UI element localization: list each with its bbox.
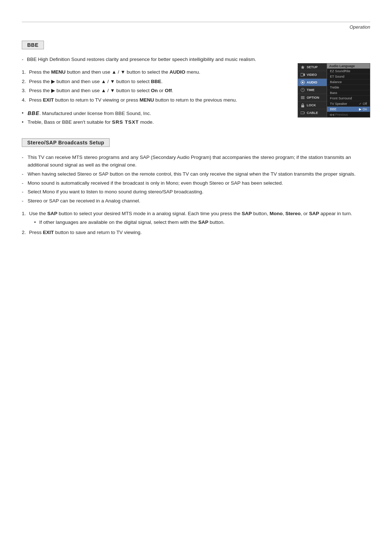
bbe-step-4: Press EXIT button to return to TV viewin… <box>22 96 287 104</box>
sap-title-box: Stereo/SAP Broadcasts Setup <box>22 138 110 147</box>
svg-marker-0 <box>301 65 305 69</box>
bbe-section: BBE High Definition Sound restores clari… <box>22 56 370 127</box>
sap-steps-list: Use the SAP button to select your desire… <box>22 210 370 236</box>
panel-balance: Balance <box>327 79 370 85</box>
lock-label: LOCK <box>307 103 316 107</box>
sap-bullet-2: When having selected Stereo or SAP butto… <box>22 170 370 178</box>
nav-time: TIME <box>298 86 327 94</box>
cable-icon <box>300 111 305 115</box>
svg-rect-1 <box>301 73 303 76</box>
menu-right-panel: Audio Language EZ SoundRite ET Sound Bal… <box>327 63 370 118</box>
bbe-title-box: BBE <box>22 41 44 49</box>
sap-sub-1: If other languages are available on the … <box>34 218 370 226</box>
sap-bullet-1: This TV can receive MTS stereo programs … <box>22 153 370 169</box>
lock-icon <box>300 103 305 107</box>
audio-label: AUDIO <box>307 81 317 84</box>
time-label: TIME <box>307 88 315 92</box>
option-icon <box>300 95 305 100</box>
tv-speaker-label: TV Speaker <box>330 102 347 106</box>
operation-label: Operation <box>0 24 370 30</box>
content-area: BBE BBE High Definition Sound restores c… <box>0 37 392 253</box>
bbe-intro-bullets: BBE High Definition Sound restores clari… <box>22 56 287 63</box>
svg-line-7 <box>303 90 303 90</box>
svg-rect-12 <box>301 112 304 114</box>
audio-icon <box>300 80 305 85</box>
video-icon <box>300 73 305 77</box>
clock-icon <box>300 88 305 92</box>
nav-audio: AUDIO <box>298 79 327 86</box>
operation-text: Operation <box>350 24 370 30</box>
bbe-note-2: Treble, Bass or BBE aren't suitable for … <box>22 118 287 126</box>
setup-icon <box>300 65 305 69</box>
sap-title: Stereo/SAP Broadcasts Setup <box>27 140 104 145</box>
sap-bullet-4: Select Mono if you want to listen to mon… <box>22 188 370 196</box>
footer-previous: ◀◀ Previous <box>329 113 348 116</box>
nav-lock: LOCK <box>298 102 327 109</box>
nav-cable: CABLE <box>298 109 327 117</box>
bbe-panel-label: BBE <box>330 107 336 111</box>
nav-video: VIDEO <box>298 71 327 79</box>
bbe-step-3: Press the ▶ button and then use ▲ / ▼ bu… <box>22 87 287 95</box>
nav-setup: SETUP <box>298 63 327 71</box>
page-container: Operation BBE BBE High Definition Sound … <box>0 22 392 554</box>
bbe-step-1: Press the MENU button and then use ▲ / ▼… <box>22 68 287 76</box>
tv-speaker-value: ✓ Off <box>359 102 367 106</box>
sap-bullet-3: Mono sound is automatically received if … <box>22 179 370 187</box>
sap-step-1: Use the SAP button to select your desire… <box>22 210 370 226</box>
bbe-panel-value: ▶ On <box>359 107 367 111</box>
bbe-step-2: Press the ▶ button and then use ▲ / ▼ bu… <box>22 78 287 86</box>
bbe-note-1: BBE. Manufactured under license from BBE… <box>22 109 287 118</box>
sap-section: Stereo/SAP Broadcasts Setup This TV can … <box>22 138 370 236</box>
panel-treble: Treble <box>327 85 370 90</box>
sap-bullets: This TV can receive MTS stereo programs … <box>22 153 370 205</box>
panel-tv-speaker: TV Speaker ✓ Off <box>327 101 370 107</box>
sap-bullet-5: Stereo or SAP can be received in a Analo… <box>22 197 370 205</box>
menu-left-nav: SETUP VIDEO AUDIO <box>298 63 327 118</box>
video-label: VIDEO <box>307 73 317 77</box>
menu-screenshot: SETUP VIDEO AUDIO <box>298 63 370 118</box>
nav-option: OPTION <box>298 94 327 102</box>
panel-header: Audio Language <box>327 63 370 69</box>
bbe-steps-list: Press the MENU button and then use ▲ / ▼… <box>22 68 287 104</box>
sap-sub-bullets: If other languages are available on the … <box>29 218 370 226</box>
cable-label: CABLE <box>307 111 318 115</box>
svg-marker-2 <box>303 73 305 76</box>
svg-rect-11 <box>301 105 304 107</box>
svg-point-4 <box>302 82 303 83</box>
panel-ez-soundrite: EZ SoundRite <box>327 69 370 74</box>
panel-footer: ◀◀ Previous <box>327 112 370 117</box>
setup-label: SETUP <box>307 65 318 69</box>
bbe-title: BBE <box>27 42 38 48</box>
bbe-intro-item: BBE High Definition Sound restores clari… <box>22 56 287 63</box>
top-rule <box>22 22 370 22</box>
bbe-notes: BBE. Manufactured under license from BBE… <box>22 109 287 126</box>
bbe-text-block: BBE High Definition Sound restores clari… <box>22 56 287 127</box>
panel-front-surround: Front Surround <box>327 96 370 101</box>
panel-et-sound: ET Sound <box>327 74 370 79</box>
sap-step-2: Press EXIT button to save and return to … <box>22 229 370 237</box>
panel-bass: Bass <box>327 90 370 96</box>
panel-bbe: BBE ▶ On <box>327 107 370 112</box>
option-label: OPTION <box>307 96 319 99</box>
